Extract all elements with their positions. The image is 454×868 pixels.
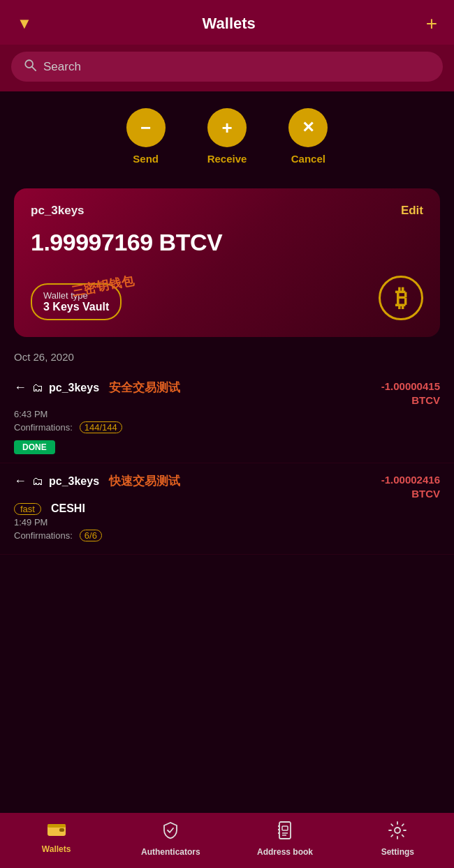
nav-item-authenticators[interactable]: Authenticators xyxy=(141,821,200,857)
wallets-icon xyxy=(47,821,66,841)
wallet-type-value: 3 Keys Vault xyxy=(43,301,109,313)
tx-wallet-icon: 🗂 xyxy=(32,475,43,488)
svg-line-1 xyxy=(32,67,36,70)
transaction-item[interactable]: ← 🗂 pc_3keys 安全交易测试 -1.00000415 BTCV 6:4… xyxy=(0,370,454,463)
search-icon xyxy=(24,59,36,75)
tx-confirmations-label: Confirmations: xyxy=(14,422,73,433)
tx-name: pc_3keys xyxy=(49,475,99,488)
tx-amount-currency: BTCV xyxy=(381,487,440,501)
cancel-icon: ✕ xyxy=(288,108,328,147)
tx-wallet-icon: 🗂 xyxy=(32,382,43,394)
tx-conf-row: Confirmations: 144/144 xyxy=(14,421,440,433)
transaction-item[interactable]: ← 🗂 pc_3keys 快速交易测试 -1.00002416 BTCV fas… xyxy=(0,463,454,555)
tx-direction-icon: ← xyxy=(14,380,27,395)
page-title: Wallets xyxy=(32,15,426,33)
wallet-card-header: pc_3keys Edit xyxy=(31,204,423,218)
nav-item-wallets[interactable]: Wallets xyxy=(29,821,85,857)
tx-badge-done: DONE xyxy=(14,437,440,454)
tx-row: ← 🗂 pc_3keys 安全交易测试 -1.00000415 BTCV xyxy=(14,380,440,407)
shield-icon xyxy=(162,821,179,844)
nav-item-settings[interactable]: Settings xyxy=(369,821,425,857)
wallet-edit-button[interactable]: Edit xyxy=(401,204,423,218)
tx-time: 6:43 PM xyxy=(14,409,440,419)
settings-icon xyxy=(388,821,407,844)
add-icon[interactable]: + xyxy=(426,13,437,35)
receive-label: Receive xyxy=(207,153,247,165)
tx-conf-row: Confirmations: 6/6 xyxy=(14,530,440,541)
tx-time: 1:49 PM xyxy=(14,517,440,527)
send-label: Send xyxy=(133,153,159,165)
wallet-type-box: Wallet type 3 Keys Vault 三密钥钱包 xyxy=(31,283,122,320)
receive-icon: + xyxy=(207,108,247,147)
tx-left: ← 🗂 pc_3keys 安全交易测试 xyxy=(14,380,381,396)
wallet-footer: Wallet type 3 Keys Vault 三密钥钱包 ₿ xyxy=(31,276,423,320)
action-bar: − Send + Receive ✕ Cancel xyxy=(0,91,454,172)
filter-icon[interactable]: ▼ xyxy=(17,15,32,33)
tx-confirmations-value: 144/144 xyxy=(80,421,122,433)
tx-annotation: 快速交易测试 xyxy=(109,473,180,489)
tx-confirmations-value: 6/6 xyxy=(80,530,102,541)
tx-name: pc_3keys xyxy=(49,382,99,394)
cancel-label: Cancel xyxy=(291,153,325,165)
send-button[interactable]: − Send xyxy=(126,108,166,165)
tx-sub-row: fast CESHI xyxy=(14,502,440,515)
nav-item-address-book[interactable]: Address book xyxy=(257,821,313,857)
tx-amount-currency: BTCV xyxy=(381,394,440,407)
fast-label: fast xyxy=(14,503,41,515)
wallet-card[interactable]: pc_3keys Edit 1.99997169 BTCV Wallet typ… xyxy=(14,188,440,337)
receive-button[interactable]: + Receive xyxy=(207,108,247,165)
tx-amount-value: -1.00000415 xyxy=(381,380,440,394)
wallet-name: pc_3keys xyxy=(31,204,85,218)
tx-sub-name: CESHI xyxy=(51,502,85,515)
svg-rect-4 xyxy=(59,828,64,832)
tx-amount: -1.00002416 BTCV xyxy=(381,473,440,500)
nav-wallets-label: Wallets xyxy=(42,844,71,854)
nav-address-book-label: Address book xyxy=(257,847,313,857)
send-icon: − xyxy=(126,108,166,147)
tx-confirmations-label: Confirmations: xyxy=(14,530,73,541)
tx-row: ← 🗂 pc_3keys 快速交易测试 -1.00002416 BTCV xyxy=(14,473,440,500)
wallet-balance: 1.99997169 BTCV xyxy=(31,229,423,256)
bitcoin-symbol: ₿ xyxy=(395,285,407,312)
search-input[interactable] xyxy=(43,60,430,74)
cancel-button[interactable]: ✕ Cancel xyxy=(288,108,328,165)
search-bar xyxy=(0,45,454,91)
svg-rect-3 xyxy=(47,824,66,828)
date-separator: Oct 26, 2020 xyxy=(0,337,454,370)
bitcoin-logo: ₿ xyxy=(379,276,423,320)
svg-point-12 xyxy=(395,828,400,833)
bottom-nav: Wallets Authenticators Address book xyxy=(0,813,454,868)
tx-annotation: 安全交易测试 xyxy=(109,380,180,396)
svg-rect-6 xyxy=(282,826,288,830)
nav-settings-label: Settings xyxy=(381,847,414,857)
search-container xyxy=(11,52,443,82)
tx-direction-icon: ← xyxy=(14,474,27,488)
app-header: ▼ Wallets + xyxy=(0,0,454,45)
tx-done-badge: DONE xyxy=(14,440,55,454)
nav-authenticators-label: Authenticators xyxy=(141,847,200,857)
tx-amount-value: -1.00002416 xyxy=(381,473,440,487)
address-book-icon xyxy=(277,821,293,844)
tx-amount: -1.00000415 BTCV xyxy=(381,380,440,407)
tx-left: ← 🗂 pc_3keys 快速交易测试 xyxy=(14,473,381,489)
